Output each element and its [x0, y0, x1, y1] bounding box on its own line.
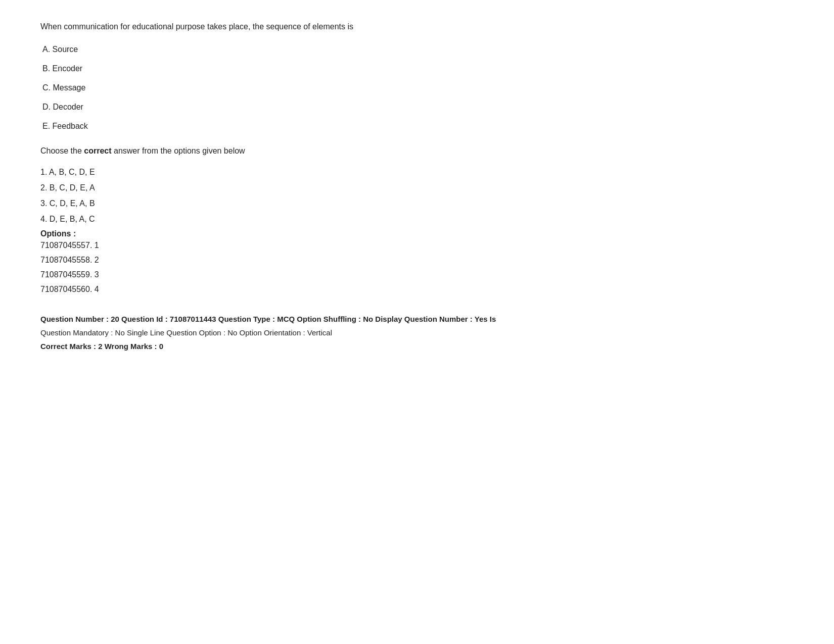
option-id-3: 71087045559. 3	[40, 268, 794, 282]
answer-3: 3. C, D, E, A, B	[40, 196, 794, 211]
meta-line1: Question Number : 20 Question Id : 71087…	[40, 312, 794, 326]
answer-2: 2. B, C, D, E, A	[40, 181, 794, 195]
question-text: When communication for educational purpo…	[40, 20, 794, 33]
meta-line3: Correct Marks : 2 Wrong Marks : 0	[40, 339, 794, 353]
meta-info: Question Number : 20 Question Id : 71087…	[40, 312, 794, 353]
option-e: E. Feedback	[40, 120, 794, 132]
question-body: When communication for educational purpo…	[40, 22, 353, 31]
meta-line2: Question Mandatory : No Single Line Ques…	[40, 326, 794, 339]
option-c: C. Message	[40, 82, 794, 94]
option-id-2: 71087045558. 2	[40, 253, 794, 268]
option-id-4: 71087045560. 4	[40, 282, 794, 297]
option-a: A. Source	[40, 43, 794, 56]
option-ids: 71087045557. 1 71087045558. 2 7108704555…	[40, 238, 794, 296]
option-id-1: 71087045557. 1	[40, 238, 794, 253]
option-d: D. Decoder	[40, 101, 794, 113]
answer-1: 1. A, B, C, D, E	[40, 165, 794, 180]
answer-4: 4. D, E, B, A, C	[40, 212, 794, 227]
answer-list: 1. A, B, C, D, E 2. B, C, D, E, A 3. C, …	[40, 165, 794, 226]
question-container: When communication for educational purpo…	[40, 20, 794, 353]
options-label: Options :	[40, 229, 794, 238]
option-b: B. Encoder	[40, 63, 794, 75]
choose-text: Choose the correct answer from the optio…	[40, 144, 794, 158]
